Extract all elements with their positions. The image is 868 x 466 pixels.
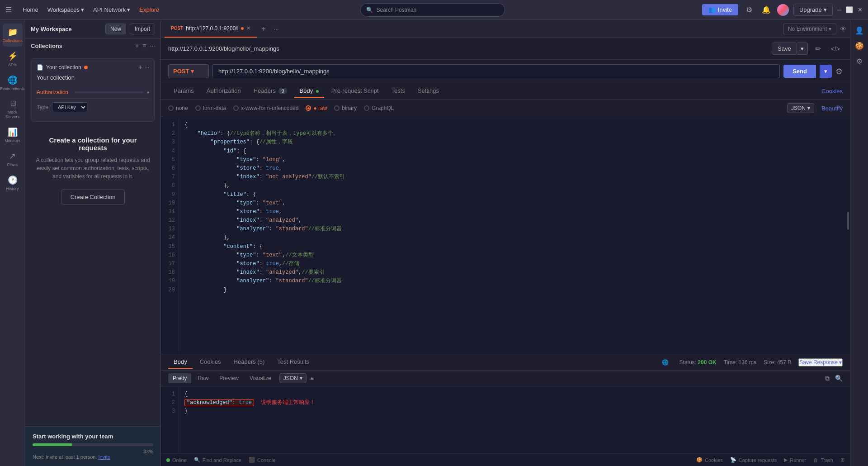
- sidebar-item-mock-servers[interactable]: 🖥 Mock Servers: [3, 95, 23, 123]
- format-pretty[interactable]: Pretty: [168, 373, 191, 383]
- grid-icon[interactable]: ⊞: [840, 457, 844, 463]
- right-tool-cookie[interactable]: 🍪: [853, 39, 866, 52]
- nav-explore[interactable]: Explore: [136, 5, 163, 15]
- nav-workspaces[interactable]: Workspaces ▾: [44, 5, 88, 15]
- minimize-icon[interactable]: ─: [837, 6, 841, 13]
- beautify-button[interactable]: Beautify: [821, 105, 843, 112]
- console-button[interactable]: ⬛ Console: [249, 457, 275, 463]
- add-collection-icon[interactable]: +: [135, 42, 139, 49]
- code-icon[interactable]: </>: [828, 43, 843, 54]
- collection-file-icon: 📄: [37, 64, 43, 71]
- runner-button[interactable]: ▶ Runner: [784, 457, 806, 463]
- collection-preview-header: 📄 Your collection + ···: [37, 64, 149, 71]
- find-replace-button[interactable]: 🔍 Find and Replace: [194, 457, 241, 463]
- tab-pre-request[interactable]: Pre-request Script: [326, 85, 384, 98]
- request-settings-icon[interactable]: ⚙: [835, 67, 843, 76]
- send-dropdown[interactable]: ▾: [820, 65, 832, 78]
- invite-button[interactable]: 👥 Invite: [702, 4, 738, 15]
- url-input[interactable]: [212, 64, 780, 78]
- response-tab-body[interactable]: Body: [168, 356, 193, 369]
- tab-modified-dot: [241, 27, 244, 30]
- collection-more-icon[interactable]: ···: [145, 64, 149, 71]
- sidebar-item-monitors[interactable]: 📊 Monitors: [3, 124, 23, 147]
- avatar[interactable]: [777, 4, 789, 16]
- body-graphql[interactable]: GraphQL: [364, 105, 394, 111]
- copy-response-icon[interactable]: ⧉: [825, 375, 830, 382]
- cookies-link[interactable]: Cookies: [821, 88, 843, 95]
- send-button[interactable]: Send: [783, 65, 816, 78]
- body-urlencoded[interactable]: x-www-form-urlencoded: [233, 105, 298, 111]
- code-editor[interactable]: 12345 678910 1112131415 1617181920 { "he…: [161, 117, 850, 354]
- new-button[interactable]: New: [105, 24, 126, 34]
- tab-body[interactable]: Body: [294, 85, 324, 98]
- env-eye-icon[interactable]: 👁: [840, 25, 846, 33]
- format-preview[interactable]: Preview: [215, 373, 243, 383]
- radio-raw: [306, 105, 311, 111]
- globe-icon[interactable]: 🌐: [662, 359, 669, 366]
- right-tool-person[interactable]: 👤: [853, 24, 866, 37]
- edit-icon[interactable]: ✏: [812, 43, 824, 55]
- capture-button[interactable]: 📡 Capture requests: [730, 457, 777, 463]
- tab-close-icon[interactable]: ✕: [246, 25, 250, 31]
- response-tab-test-results[interactable]: Test Results: [272, 356, 315, 369]
- tab-authorization[interactable]: Authorization: [201, 85, 246, 98]
- create-collection-button[interactable]: Create Collection: [61, 190, 125, 204]
- tab-more-icon[interactable]: ···: [270, 20, 283, 38]
- sidebar-item-environments[interactable]: 🌐 Environments: [3, 71, 23, 95]
- filter-response-icon[interactable]: ≡: [310, 375, 314, 382]
- body-form-data[interactable]: form-data: [195, 105, 226, 111]
- import-button[interactable]: Import: [130, 24, 155, 34]
- json-format-select[interactable]: JSON ▾: [787, 103, 814, 113]
- settings-icon[interactable]: ⚙: [743, 4, 755, 16]
- save-dropdown[interactable]: ▾: [797, 43, 808, 55]
- search-box[interactable]: 🔍 Search Postman: [360, 3, 505, 17]
- tab-item-0[interactable]: POST http://127.0.0.1:9200/l ✕: [165, 20, 257, 38]
- trash-button[interactable]: 🗑 Trash: [813, 457, 833, 463]
- workspace-name: My Workspace: [31, 26, 102, 33]
- sidebar-item-flows[interactable]: ↗ Flows: [3, 147, 23, 171]
- auth-row: Authorization ▾: [37, 86, 149, 99]
- invite-link[interactable]: Invite: [99, 454, 110, 460]
- maximize-icon[interactable]: ⬜: [846, 6, 853, 13]
- sidebar-item-apis[interactable]: ⚡ APIs: [3, 48, 23, 71]
- body-none[interactable]: none: [168, 105, 188, 111]
- tab-params[interactable]: Params: [168, 85, 199, 98]
- format-raw[interactable]: Raw: [193, 373, 213, 383]
- method-select[interactable]: POST ▾: [168, 64, 209, 78]
- collection-add-icon[interactable]: +: [139, 64, 142, 71]
- topbar-right: 👥 Invite ⚙ 🔔 Upgrade ▾ ─ ⬜ ✕: [702, 4, 863, 16]
- notifications-icon[interactable]: 🔔: [760, 4, 773, 16]
- format-visualize[interactable]: Visualize: [245, 373, 276, 383]
- filter-icon[interactable]: ≡: [142, 42, 146, 49]
- response-content[interactable]: 1 2 3 { "acknowledged": true 说明服务端正常响应！ …: [161, 386, 850, 453]
- right-tool-settings[interactable]: ⚙: [853, 54, 866, 68]
- menu-icon[interactable]: ☰: [5, 5, 12, 14]
- topbar: ☰ Home Workspaces ▾ API Network ▾ Explor…: [0, 0, 868, 20]
- tab-settings[interactable]: Settings: [412, 85, 444, 98]
- response-tab-cookies[interactable]: Cookies: [194, 356, 226, 369]
- sidebar-item-history[interactable]: 🕐 History: [3, 171, 23, 195]
- type-select[interactable]: API Key: [52, 102, 87, 112]
- save-response-button[interactable]: Save Response ▾: [798, 358, 843, 366]
- search-response-icon[interactable]: 🔍: [835, 375, 843, 382]
- body-raw[interactable]: ● raw: [306, 105, 327, 111]
- more-options-icon[interactable]: ···: [150, 42, 155, 49]
- cookies-status[interactable]: 🍪 Cookies: [696, 457, 723, 463]
- tab-add-icon[interactable]: +: [258, 20, 269, 38]
- tab-headers[interactable]: Headers 9: [248, 85, 292, 98]
- create-collection-title: Create a collection for your requests: [34, 136, 151, 152]
- response-tab-headers[interactable]: Headers (5): [228, 356, 270, 369]
- body-binary[interactable]: binary: [334, 105, 357, 111]
- env-dropdown[interactable]: No Environment ▾: [783, 24, 836, 34]
- next-text: Next: Invite at least 1 person. Invite: [33, 454, 153, 460]
- nav-api-network[interactable]: API Network ▾: [90, 5, 134, 15]
- upgrade-button[interactable]: Upgrade ▾: [793, 4, 833, 16]
- save-button[interactable]: Save: [772, 43, 797, 55]
- nav-home[interactable]: Home: [19, 5, 42, 15]
- close-icon[interactable]: ✕: [858, 6, 863, 13]
- online-status[interactable]: Online: [166, 457, 187, 463]
- tab-tests[interactable]: Tests: [386, 85, 410, 98]
- sidebar-item-collections[interactable]: 📁 Collections: [3, 24, 23, 47]
- code-content[interactable]: { "hello": {//type名称，相当于表，type可以有多个。 "pr…: [179, 117, 850, 354]
- json-response-format[interactable]: JSON ▾: [279, 373, 307, 383]
